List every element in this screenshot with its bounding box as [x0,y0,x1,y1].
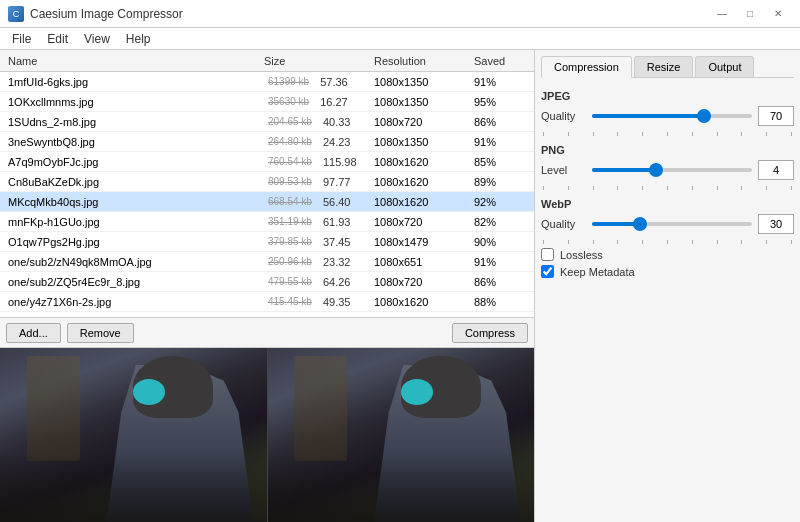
cell-resolution: 1080x1350 [370,96,470,108]
cell-name: A7q9mOybFJc.jpg [4,156,260,168]
cell-name: O1qw7Pgs2Hg.jpg [4,236,260,248]
cell-resolution: 1080x1620 [370,196,470,208]
table-row[interactable]: A7q9mOybFJc.jpg 760.54 kb 115.98 1080x16… [0,152,534,172]
col-saved: Saved [470,55,530,67]
file-table: Name Size Resolution Saved 1mfUId-6gks.j… [0,50,534,317]
remove-button[interactable]: Remove [67,323,134,343]
file-list-scroll[interactable]: 1mfUId-6gks.jpg 61399 kb 57.36 1080x1350… [0,72,534,317]
size-new: 16.27 [316,96,352,108]
col-name: Name [4,55,260,67]
png-level-row: Level 4 [541,160,794,180]
window-title: Caesium Image Compressor [30,7,183,21]
size-new: 49.35 [319,296,355,308]
size-original: 668.54 kb [264,196,316,207]
maximize-button[interactable]: □ [736,4,764,24]
cell-saved: 91% [470,256,530,268]
table-row[interactable]: 1OKxcllmnms.jpg 35630 kb 16.27 1080x1350… [0,92,534,112]
menu-edit[interactable]: Edit [39,30,76,48]
jpeg-quality-slider[interactable] [592,108,752,124]
table-row[interactable]: Cn8uBaKZeDk.jpg 809.53 kb 97.77 1080x162… [0,172,534,192]
preview-compressed [268,348,535,522]
menu-file[interactable]: File [4,30,39,48]
cell-size: 250.96 kb 23.32 [260,256,370,268]
lossless-checkbox[interactable] [541,248,554,261]
add-button[interactable]: Add... [6,323,61,343]
cell-size: 61399 kb 57.36 [260,76,370,88]
png-level-label: Level [541,164,586,176]
preview-original [0,348,268,522]
cell-name: 1SUdns_2-m8.jpg [4,116,260,128]
png-section-label: PNG [541,144,794,156]
tab-compression[interactable]: Compression [541,56,632,78]
table-row[interactable]: O1qw7Pgs2Hg.jpg 379.85 kb 37.45 1080x147… [0,232,534,252]
webp-ticks [541,240,794,244]
cell-saved: 91% [470,136,530,148]
cell-resolution: 1080x1479 [370,236,470,248]
cell-resolution: 1080x1350 [370,136,470,148]
size-original: 379.85 kb [264,236,316,247]
cell-saved: 88% [470,296,530,308]
cell-saved: 91% [470,76,530,88]
cell-saved: 90% [470,236,530,248]
jpeg-ticks [541,132,794,136]
png-level-slider[interactable] [592,162,752,178]
keep-metadata-checkbox[interactable] [541,265,554,278]
title-bar: C Caesium Image Compressor — □ ✕ [0,0,800,28]
window-controls: — □ ✕ [708,4,792,24]
size-new: 56.40 [319,196,355,208]
size-new: 64.26 [319,276,355,288]
cell-size: 479.55 kb 64.26 [260,276,370,288]
size-new: 24.23 [319,136,355,148]
size-original: 61399 kb [264,76,313,87]
jpeg-quality-value[interactable]: 70 [758,106,794,126]
keep-metadata-label: Keep Metadata [560,266,635,278]
cell-saved: 86% [470,116,530,128]
webp-quality-value[interactable]: 30 [758,214,794,234]
original-image [0,348,267,522]
cell-saved: 92% [470,196,530,208]
menu-bar: File Edit View Help [0,28,800,50]
size-original: 760.54 kb [264,156,316,167]
lossless-row: Lossless [541,248,794,261]
size-original: 479.55 kb [264,276,316,287]
table-row[interactable]: 1mfUId-6gks.jpg 61399 kb 57.36 1080x1350… [0,72,534,92]
table-row[interactable]: 3neSwyntbQ8.jpg 264.80 kb 24.23 1080x135… [0,132,534,152]
size-original: 204.65 kb [264,116,316,127]
tab-output[interactable]: Output [695,56,754,77]
compress-button[interactable]: Compress [452,323,528,343]
jpeg-quality-label: Quality [541,110,586,122]
cell-saved: 85% [470,156,530,168]
table-row[interactable]: mnFKp-h1GUo.jpg 351.19 kb 61.93 1080x720… [0,212,534,232]
tab-resize[interactable]: Resize [634,56,694,77]
menu-view[interactable]: View [76,30,118,48]
keep-metadata-row: Keep Metadata [541,265,794,278]
webp-quality-slider[interactable] [592,216,752,232]
cell-name: Cn8uBaKZeDk.jpg [4,176,260,188]
size-original: 250.96 kb [264,256,316,267]
lossless-label: Lossless [560,249,603,261]
menu-help[interactable]: Help [118,30,159,48]
table-header: Name Size Resolution Saved [0,50,534,72]
webp-quality-label: Quality [541,218,586,230]
close-button[interactable]: ✕ [764,4,792,24]
cell-resolution: 1080x1620 [370,296,470,308]
png-ticks [541,186,794,190]
cell-saved: 95% [470,96,530,108]
png-level-value[interactable]: 4 [758,160,794,180]
size-original: 351.19 kb [264,216,316,227]
table-row[interactable]: 1SUdns_2-m8.jpg 204.65 kb 40.33 1080x720… [0,112,534,132]
table-row[interactable]: one/y4z71X6n-2s.jpg 415.45 kb 49.35 1080… [0,292,534,312]
size-original: 264.80 kb [264,136,316,147]
cell-name: 3neSwyntbQ8.jpg [4,136,260,148]
cell-resolution: 1080x720 [370,276,470,288]
size-new: 37.45 [319,236,355,248]
cell-name: MKcqMkb40qs.jpg [4,196,260,208]
cell-size: 204.65 kb 40.33 [260,116,370,128]
table-row[interactable]: one/sub2/zN49qk8MmOA.jpg 250.96 kb 23.32… [0,252,534,272]
table-row[interactable]: MKcqMkb40qs.jpg 668.54 kb 56.40 1080x162… [0,192,534,212]
minimize-button[interactable]: — [708,4,736,24]
cell-size: 415.45 kb 49.35 [260,296,370,308]
cell-resolution: 1080x1620 [370,156,470,168]
size-new: 61.93 [319,216,355,228]
table-row[interactable]: one/sub2/ZQ5r4Ec9r_8.jpg 479.55 kb 64.26… [0,272,534,292]
